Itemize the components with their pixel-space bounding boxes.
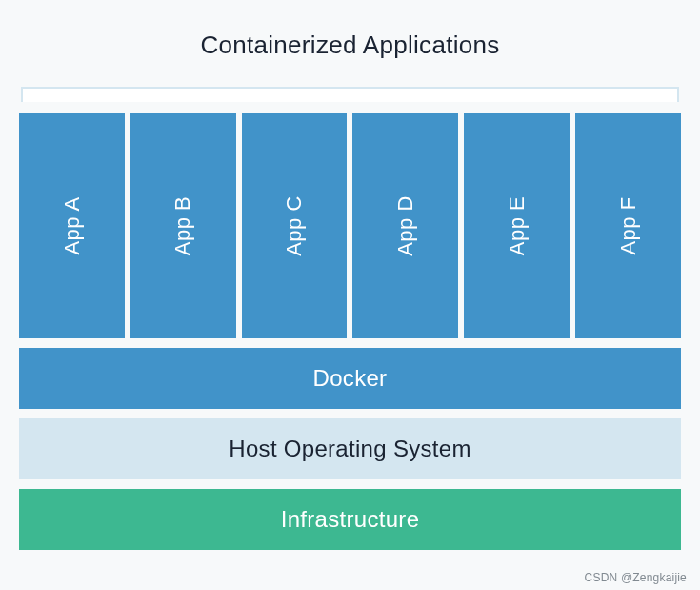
layer-docker-label: Docker <box>313 365 388 392</box>
layer-host-os: Host Operating System <box>19 418 681 479</box>
apps-row: App A App B App C App D App E App F <box>19 113 681 338</box>
app-label: App E <box>505 196 530 255</box>
diagram-title: Containerized Applications <box>19 31 681 60</box>
app-box-a: App A <box>19 113 125 338</box>
diagram-container: Containerized Applications App A App B A… <box>0 0 700 569</box>
app-label: App D <box>393 195 418 256</box>
layer-host-label: Host Operating System <box>229 436 470 462</box>
layer-infrastructure: Infrastructure <box>19 489 681 550</box>
app-label: App B <box>170 196 195 255</box>
app-label: App A <box>59 196 84 254</box>
app-box-b: App B <box>130 113 236 338</box>
app-label: App C <box>282 195 307 256</box>
app-box-e: App E <box>464 113 570 338</box>
layer-docker: Docker <box>19 348 681 409</box>
app-box-d: App D <box>352 113 458 338</box>
app-label: App F <box>616 196 641 254</box>
top-bracket <box>21 87 679 102</box>
layer-infra-label: Infrastructure <box>281 506 420 533</box>
watermark: CSDN @Zengkaijie <box>585 571 687 584</box>
app-box-c: App C <box>242 113 348 338</box>
app-box-f: App F <box>575 113 681 338</box>
